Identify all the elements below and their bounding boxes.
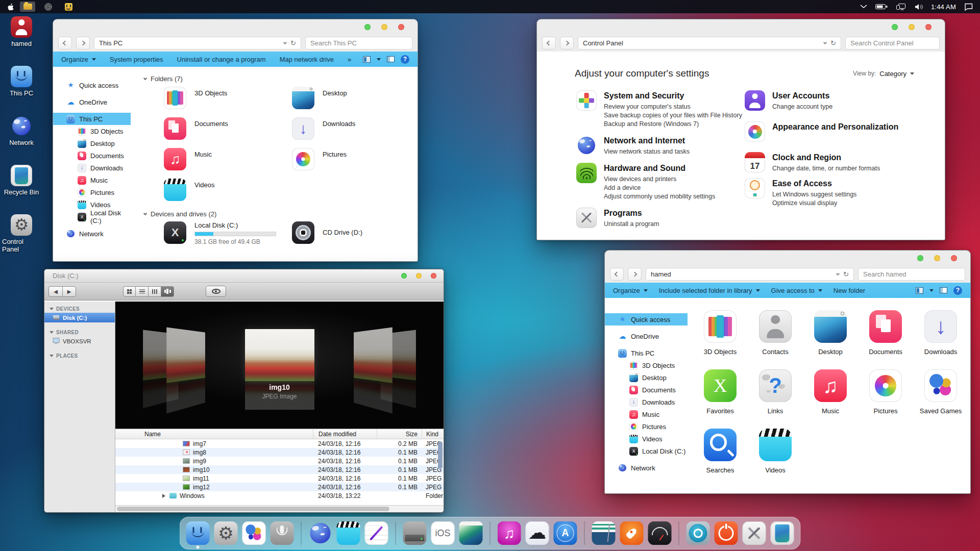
folder-item[interactable]: Pictures	[292, 148, 418, 170]
vertical-scrollbar-thumb[interactable]	[438, 441, 443, 469]
forward-button[interactable]	[628, 268, 642, 281]
sidebar-item[interactable]: Quick access	[605, 313, 688, 325]
sidebar-item[interactable]: Documents	[605, 384, 688, 396]
command-bar-item[interactable]: Organize	[613, 287, 648, 294]
file-row[interactable]: img7 24/03/18, 12:16 0.2 MB JPEG Image	[115, 439, 444, 448]
traffic-light-yellow[interactable]	[381, 24, 387, 30]
sidebar-section-header[interactable]: DEVICES	[44, 304, 115, 313]
view-options-caret-icon[interactable]	[377, 58, 381, 61]
sidebar-item[interactable]: Downloads	[605, 396, 688, 408]
dock-item[interactable]	[309, 521, 332, 545]
preview-pane-icon[interactable]	[940, 287, 947, 293]
desktop-icon[interactable]: Recycle Bin	[2, 165, 41, 196]
kind-column-header[interactable]: Kind	[422, 429, 444, 439]
sidebar-item[interactable]: This PC	[53, 113, 131, 125]
control-panel-task-link[interactable]: View network status and tasks	[604, 147, 690, 156]
command-bar-item[interactable]: Give access to	[771, 287, 822, 294]
dock-item[interactable]	[365, 521, 388, 545]
control-panel-task-link[interactable]: Add a device	[604, 184, 715, 192]
file-row[interactable]: img12 24/03/18, 12:16 0.1 MB JPEG Image	[115, 483, 444, 491]
folder-item[interactable]: 3D Objects	[164, 87, 292, 109]
dock-item[interactable]	[459, 521, 483, 545]
command-bar-item[interactable]: Uninstall or change a program	[177, 56, 266, 63]
sidebar-item[interactable]: 3D Objects	[53, 125, 131, 137]
search-input[interactable]	[310, 39, 407, 47]
search-input[interactable]	[850, 39, 935, 47]
command-bar-item[interactable]: System properties	[110, 56, 163, 63]
address-input[interactable]	[651, 270, 832, 278]
chevron-down-icon[interactable]	[860, 5, 867, 9]
folder-item[interactable]: Documents	[858, 310, 913, 369]
finder-app-tile[interactable]	[61, 2, 76, 12]
sidebar-item[interactable]: This PC	[605, 347, 688, 359]
local-disk-item[interactable]: Local Disk (C:) 38.1 GB free of 49.4 GB	[164, 221, 292, 245]
title-bar[interactable]	[537, 19, 945, 35]
command-bar-item[interactable]: »	[348, 56, 351, 63]
sidebar-item[interactable]: Network	[605, 462, 688, 474]
coverflow-card[interactable]	[354, 327, 393, 383]
notification-icon[interactable]	[964, 3, 973, 11]
search-box[interactable]	[845, 37, 940, 49]
active-app-folder-tile[interactable]	[20, 2, 35, 12]
traffic-light-green[interactable]	[364, 24, 371, 30]
dock-item[interactable]	[337, 521, 360, 545]
sidebar-item[interactable]: Documents	[53, 149, 131, 162]
sidebar-item[interactable]: Local Disk (C:)	[605, 445, 688, 457]
folder-item[interactable]: Searches	[693, 429, 748, 488]
sidebar-item[interactable]: Quick access	[53, 79, 131, 91]
sidebar-item[interactable]: Music	[605, 408, 688, 420]
sidebar-item[interactable]: VBOXSVR	[44, 336, 115, 346]
command-bar-item[interactable]: Map network drive	[280, 56, 334, 63]
dock-item[interactable]	[687, 521, 710, 545]
search-box[interactable]	[858, 268, 965, 281]
change-view-icon[interactable]	[363, 56, 371, 63]
control-panel-task-link[interactable]: Uninstall a program	[604, 220, 659, 229]
sidebar-item[interactable]: Desktop	[53, 137, 131, 149]
help-icon[interactable]: ?	[401, 55, 409, 64]
folder-item[interactable]: Music	[803, 369, 858, 429]
dock-item[interactable]	[620, 521, 644, 545]
desktop-icon[interactable]: hamed	[2, 16, 41, 47]
traffic-light-red[interactable]	[431, 273, 436, 279]
sidebar-item[interactable]: Desktop	[605, 371, 688, 384]
traffic-light-red[interactable]	[398, 24, 404, 30]
disclosure-triangle-icon[interactable]	[162, 494, 165, 498]
sidebar-item[interactable]: OneDrive	[53, 96, 131, 108]
folder-item[interactable]: Links	[748, 369, 803, 429]
file-row[interactable]: Windows 24/03/18, 13:22 Folder	[115, 491, 444, 500]
dock-item[interactable]	[771, 521, 794, 545]
control-panel-category[interactable]: Clock and Region Change date, time, or n…	[745, 152, 913, 173]
size-column-header[interactable]: Size	[377, 429, 422, 439]
sidebar-item[interactable]: Local Disk (C:)	[53, 211, 131, 223]
traffic-light-yellow[interactable]	[934, 255, 940, 261]
connect-display-icon[interactable]	[896, 3, 906, 10]
traffic-light-yellow[interactable]	[416, 273, 422, 279]
control-panel-task-link[interactable]: Backup and Restore (Windows 7)	[604, 120, 742, 129]
address-dropdown-icon[interactable]	[283, 40, 287, 44]
control-panel-task-link[interactable]: Change date, time, or number formats	[772, 164, 880, 173]
column-view-button[interactable]	[149, 286, 161, 297]
sidebar-item[interactable]: Pictures	[53, 186, 131, 198]
folder-item[interactable]: Videos	[164, 179, 292, 201]
clock[interactable]: 1:44 AM	[931, 3, 956, 11]
quick-look-button[interactable]	[206, 286, 226, 297]
dock-item[interactable]	[743, 521, 766, 545]
forward-button[interactable]: ▶	[62, 286, 76, 297]
dock-item[interactable]	[592, 521, 616, 545]
control-panel-task-link[interactable]: Optimize visual display	[772, 199, 856, 208]
control-panel-category[interactable]: System and Security Review your computer…	[576, 90, 745, 129]
control-panel-task-link[interactable]: View devices and printers	[604, 175, 715, 184]
coverflow-preview[interactable]: img10 JPEG Image	[115, 302, 444, 429]
control-panel-task-link[interactable]: Change account type	[772, 103, 832, 111]
address-bar[interactable]: ↻	[578, 37, 841, 49]
control-panel-category[interactable]: Ease of Access Let Windows suggest setti…	[745, 178, 913, 208]
help-icon[interactable]: ?	[953, 286, 962, 295]
sidebar-item[interactable]: Videos	[605, 433, 688, 445]
folder-item[interactable]: Contacts	[748, 310, 803, 369]
fingerprint-app-tile[interactable]	[40, 2, 56, 12]
control-panel-task-link[interactable]: Save backup copies of your files with Fi…	[604, 111, 742, 120]
title-bar[interactable]: Disk (C:)	[44, 269, 444, 283]
sidebar-section-header[interactable]: PLACES	[44, 350, 115, 360]
refresh-icon[interactable]: ↻	[830, 40, 836, 46]
sidebar-section-header[interactable]: SHARED	[44, 327, 115, 336]
